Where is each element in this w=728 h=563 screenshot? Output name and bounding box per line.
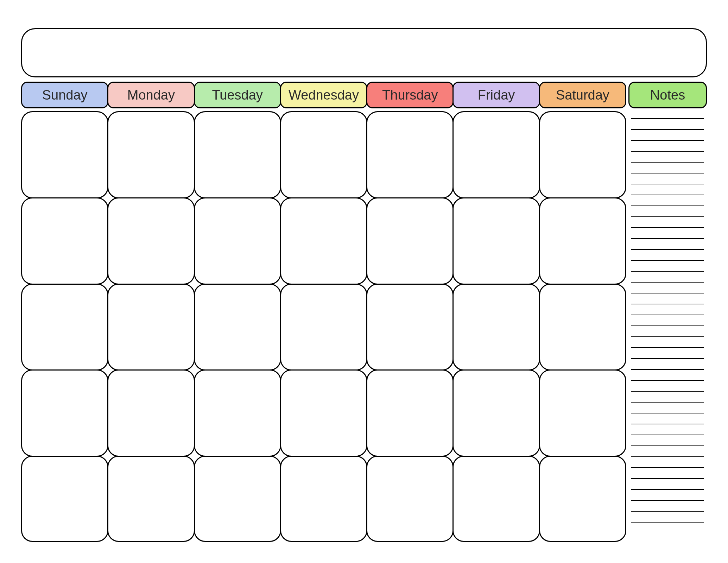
day-cell[interactable] xyxy=(21,456,108,542)
note-line xyxy=(631,216,704,217)
day-cell[interactable] xyxy=(21,111,108,198)
note-line xyxy=(631,195,704,195)
day-cell[interactable] xyxy=(194,197,281,285)
day-cell[interactable] xyxy=(366,284,454,371)
day-cell[interactable] xyxy=(107,369,195,457)
calendar-row xyxy=(21,197,626,284)
title-bar[interactable] xyxy=(21,28,707,77)
day-header-monday: Monday xyxy=(107,82,195,108)
note-line xyxy=(631,391,704,392)
day-cell[interactable] xyxy=(280,284,367,371)
day-header-thursday: Thursday xyxy=(366,82,454,108)
day-cell[interactable] xyxy=(280,111,367,198)
note-line xyxy=(631,162,704,163)
day-cell[interactable] xyxy=(539,197,626,285)
main-area: Sunday Monday Tuesday Wednesday Thursday… xyxy=(21,82,707,542)
day-header-saturday: Saturday xyxy=(539,82,626,108)
note-line xyxy=(631,424,704,424)
note-line xyxy=(631,500,704,501)
day-cell[interactable] xyxy=(107,111,195,198)
day-cell[interactable] xyxy=(539,111,626,198)
day-cell[interactable] xyxy=(452,456,540,542)
day-cell[interactable] xyxy=(21,369,108,457)
note-line xyxy=(631,140,704,141)
note-line xyxy=(631,478,704,479)
day-header-tuesday: Tuesday xyxy=(194,82,281,108)
day-cell[interactable] xyxy=(107,456,195,542)
note-line xyxy=(631,413,704,413)
day-cell[interactable] xyxy=(452,284,540,371)
note-line xyxy=(631,293,704,293)
day-cell[interactable] xyxy=(107,197,195,285)
day-cell[interactable] xyxy=(452,111,540,198)
day-cell[interactable] xyxy=(366,456,454,542)
note-line xyxy=(631,456,704,457)
note-line xyxy=(631,467,704,468)
day-header-row: Sunday Monday Tuesday Wednesday Thursday… xyxy=(21,82,626,108)
day-cell[interactable] xyxy=(280,456,367,542)
calendar-grid xyxy=(21,111,626,542)
note-line xyxy=(631,435,704,435)
day-cell[interactable] xyxy=(194,369,281,457)
day-cell[interactable] xyxy=(539,284,626,371)
note-line xyxy=(631,118,704,119)
day-cell[interactable] xyxy=(366,111,454,198)
calendar-grid-container: Sunday Monday Tuesday Wednesday Thursday… xyxy=(21,82,626,542)
calendar-row xyxy=(21,284,626,370)
note-line xyxy=(631,304,704,304)
note-line xyxy=(631,336,704,337)
note-line xyxy=(631,369,704,370)
day-cell[interactable] xyxy=(194,284,281,371)
calendar-template: Sunday Monday Tuesday Wednesday Thursday… xyxy=(21,28,707,542)
note-line xyxy=(631,173,704,173)
day-cell[interactable] xyxy=(280,369,367,457)
day-cell[interactable] xyxy=(452,197,540,285)
note-line xyxy=(631,445,704,446)
note-line xyxy=(631,227,704,228)
note-line xyxy=(631,315,704,315)
day-cell[interactable] xyxy=(194,456,281,542)
note-line xyxy=(631,358,704,359)
day-cell[interactable] xyxy=(452,369,540,457)
notes-panel: Notes xyxy=(628,82,707,542)
note-line xyxy=(631,325,704,326)
day-cell[interactable] xyxy=(107,284,195,371)
note-line xyxy=(631,129,704,130)
note-line xyxy=(631,347,704,348)
calendar-row xyxy=(21,456,626,542)
calendar-row xyxy=(21,111,626,197)
note-line xyxy=(631,402,704,403)
note-line xyxy=(631,151,704,152)
note-line xyxy=(631,511,704,512)
note-line xyxy=(631,522,704,523)
day-cell[interactable] xyxy=(194,111,281,198)
calendar-row xyxy=(21,369,626,456)
day-header-sunday: Sunday xyxy=(21,82,108,108)
note-line xyxy=(631,380,704,381)
note-line xyxy=(631,489,704,490)
note-line xyxy=(631,184,704,184)
day-cell[interactable] xyxy=(21,197,108,285)
note-line xyxy=(631,271,704,272)
day-cell[interactable] xyxy=(280,197,367,285)
day-cell[interactable] xyxy=(539,369,626,457)
note-line xyxy=(631,260,704,261)
note-line xyxy=(631,282,704,283)
day-header-wednesday: Wednesday xyxy=(280,82,367,108)
notes-header: Notes xyxy=(628,82,707,108)
day-cell[interactable] xyxy=(21,284,108,371)
note-line xyxy=(631,238,704,239)
note-line xyxy=(631,205,704,206)
notes-lines[interactable] xyxy=(628,108,707,542)
day-header-friday: Friday xyxy=(452,82,540,108)
day-cell[interactable] xyxy=(539,456,626,542)
day-cell[interactable] xyxy=(366,369,454,457)
note-line xyxy=(631,249,704,250)
day-cell[interactable] xyxy=(366,197,454,285)
